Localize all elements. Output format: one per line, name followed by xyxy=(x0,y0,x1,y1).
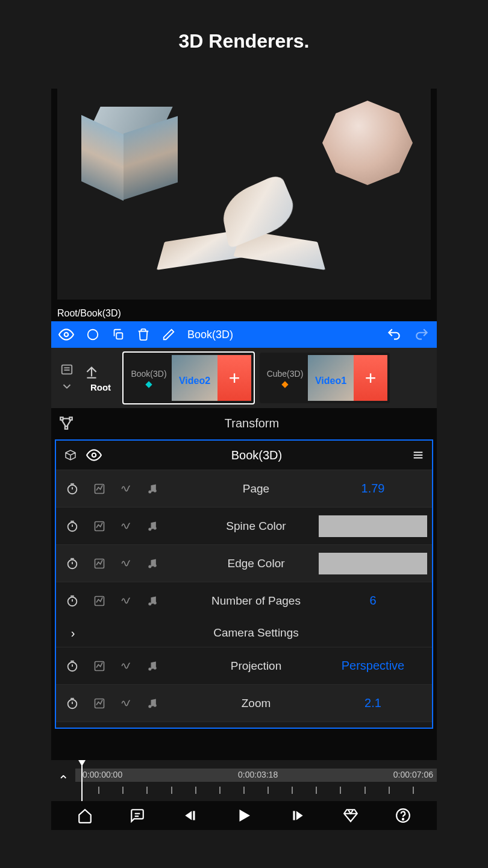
stopwatch-icon[interactable] xyxy=(66,557,79,570)
layer-group-book[interactable]: Book(3D) Video2 + xyxy=(122,351,255,404)
graph-icon[interactable] xyxy=(93,697,105,709)
book-3d-object[interactable] xyxy=(160,179,328,288)
svg-rect-61 xyxy=(193,811,195,820)
wave-icon[interactable] xyxy=(120,660,132,672)
keyframe-marker-icon xyxy=(145,381,152,388)
upload-icon xyxy=(84,364,99,380)
svg-point-45 xyxy=(154,666,157,669)
svg-point-1 xyxy=(88,330,98,340)
stopwatch-icon[interactable] xyxy=(66,659,79,673)
music-icon[interactable] xyxy=(146,558,158,570)
edit-icon[interactable] xyxy=(162,328,175,341)
stopwatch-icon[interactable] xyxy=(66,520,79,533)
prop-row-projection: Projection Perspective xyxy=(56,647,432,684)
properties-panel: Book(3D) Page 1.79 Spine Color xyxy=(55,439,433,729)
step-forward-icon[interactable] xyxy=(290,808,305,823)
comment-icon[interactable] xyxy=(130,808,145,823)
color-swatch[interactable] xyxy=(319,553,427,574)
graph-icon[interactable] xyxy=(93,520,105,532)
section-camera[interactable]: › Camera Settings xyxy=(56,619,432,647)
transform-label: Transform xyxy=(74,417,430,430)
add-layer-button[interactable]: + xyxy=(217,355,251,401)
svg-line-11 xyxy=(67,420,71,427)
prop-label: Zoom xyxy=(193,697,319,710)
graph-icon[interactable] xyxy=(93,483,105,495)
chevron-right-icon: › xyxy=(61,626,85,640)
graph-icon[interactable] xyxy=(93,660,105,672)
copy-icon[interactable] xyxy=(111,328,125,341)
circle-icon[interactable] xyxy=(86,328,99,341)
timeline-track[interactable]: 0:00:00:00 0:00:03:18 0:00:07:06 xyxy=(75,760,437,801)
graph-icon[interactable] xyxy=(93,595,105,607)
music-icon[interactable] xyxy=(146,595,158,607)
color-swatch[interactable] xyxy=(319,515,427,537)
layer-chip[interactable]: Book(3D) xyxy=(126,355,172,401)
prop-label: Number of Pages xyxy=(193,594,319,608)
eye-icon[interactable] xyxy=(86,447,102,463)
svg-point-46 xyxy=(68,699,77,708)
stopwatch-icon[interactable] xyxy=(66,697,79,710)
wave-icon[interactable] xyxy=(120,595,132,607)
properties-header: Book(3D) xyxy=(56,441,432,470)
music-icon[interactable] xyxy=(146,660,158,672)
preview-viewport[interactable] xyxy=(57,89,431,300)
svg-point-33 xyxy=(154,564,157,567)
root-label: Root xyxy=(84,382,117,392)
wave-icon[interactable] xyxy=(120,520,132,532)
timeline-ticks xyxy=(75,787,437,796)
svg-point-38 xyxy=(148,602,151,605)
svg-point-32 xyxy=(148,565,151,568)
transform-bar: Transform xyxy=(51,408,437,438)
layer-thumb[interactable]: Video1 xyxy=(308,355,354,401)
stopwatch-icon[interactable] xyxy=(66,482,79,495)
stopwatch-icon[interactable] xyxy=(66,594,79,608)
cube-icon[interactable] xyxy=(63,448,78,462)
list-icon xyxy=(60,363,74,376)
layer-nav[interactable] xyxy=(55,363,79,393)
step-back-icon[interactable] xyxy=(183,808,198,823)
breadcrumb[interactable]: Root/Book(3D) xyxy=(51,306,437,321)
section-label: Camera Settings xyxy=(85,626,427,640)
music-icon[interactable] xyxy=(146,483,158,495)
prop-row-edge-color: Edge Color xyxy=(56,544,432,582)
transform-icon[interactable] xyxy=(58,415,74,431)
svg-point-27 xyxy=(154,526,157,529)
wave-icon[interactable] xyxy=(120,697,132,709)
prop-row-zoom: Zoom 2.1 xyxy=(56,684,432,722)
play-icon[interactable] xyxy=(235,807,253,825)
svg-point-39 xyxy=(154,601,157,604)
svg-point-21 xyxy=(154,489,157,492)
time-mid: 0:00:03:18 xyxy=(238,770,278,779)
menu-icon[interactable] xyxy=(411,448,425,462)
music-icon[interactable] xyxy=(146,697,158,709)
home-icon[interactable] xyxy=(77,808,93,823)
wave-icon[interactable] xyxy=(120,483,132,495)
layer-thumb[interactable]: Video2 xyxy=(172,355,217,401)
undo-icon[interactable] xyxy=(386,327,402,342)
eye-icon[interactable] xyxy=(58,327,74,342)
redo-icon[interactable] xyxy=(414,327,430,342)
prop-value[interactable]: Perspective xyxy=(319,659,427,673)
layer-chip[interactable]: Cube(3D) xyxy=(262,355,308,401)
diamond-icon[interactable] xyxy=(343,808,358,823)
help-icon[interactable] xyxy=(395,808,411,823)
prop-label: Spine Color xyxy=(193,520,319,533)
prop-row-position: Position 0.00 0.00 0.00 xyxy=(56,722,432,729)
page-title: 3D Renderers. xyxy=(0,0,488,77)
sphere-3d-object[interactable] xyxy=(322,101,413,185)
layer-group-cube[interactable]: Cube(3D) Video1 + xyxy=(260,353,390,403)
root-button[interactable]: Root xyxy=(84,364,117,392)
trash-icon[interactable] xyxy=(137,328,150,341)
prop-value[interactable]: 2.1 xyxy=(319,696,427,710)
timeline[interactable]: ⌃ 0:00:00:00 0:00:03:18 0:00:07:06 xyxy=(51,760,437,801)
prop-value[interactable]: 1.79 xyxy=(319,482,427,495)
svg-marker-60 xyxy=(185,811,192,820)
svg-rect-6 xyxy=(60,417,63,420)
music-icon[interactable] xyxy=(146,520,158,532)
prop-value[interactable]: 6 xyxy=(319,594,427,608)
expand-icon[interactable]: ⌃ xyxy=(51,773,75,788)
graph-icon[interactable] xyxy=(93,558,105,570)
wave-icon[interactable] xyxy=(120,558,132,570)
prop-label: Page xyxy=(193,482,319,495)
add-layer-button[interactable]: + xyxy=(354,355,387,401)
